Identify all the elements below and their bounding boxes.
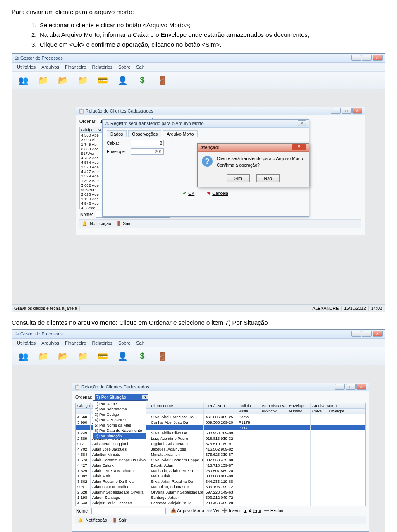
transfer-title: Registro será transferido para o Arquivo… xyxy=(110,121,204,126)
excluir-button[interactable]: ➖ Excluir xyxy=(264,508,283,513)
sim-button[interactable]: Sim xyxy=(227,174,250,182)
folder-b-icon[interactable]: 📁 xyxy=(77,350,89,362)
cancel-button[interactable]: ✖ Cancela xyxy=(207,191,228,196)
bell-icon: 🔔 xyxy=(82,221,87,226)
window-buttons[interactable]: —□✕ xyxy=(350,331,383,337)
warning-icon: ⚠ xyxy=(105,121,109,126)
toolbar[interactable]: 👥 📁 📂 📁 💳 👤 $ 🚪 xyxy=(12,347,385,365)
ordenar-label: Ordenar: xyxy=(75,395,92,400)
transfer-tabs[interactable]: Dados Observações Arquivo Morto xyxy=(107,130,304,137)
relacao-title: Relação de Clientes Cadastrados xyxy=(86,108,153,113)
users-icon[interactable]: 👥 xyxy=(17,350,29,362)
status-date: 16/11/2012 xyxy=(342,306,369,311)
relacao-window-2: 📋 Relação de Clientes Cadastrados —□✕ Or… xyxy=(72,383,369,532)
screenshot-1: 🗂 Gestor de Processos —□✕ UtilitáriosArq… xyxy=(12,53,385,312)
nome-label: Nome: xyxy=(80,212,93,217)
caixa-input[interactable] xyxy=(131,140,164,146)
app-icon: 🗂 xyxy=(14,55,19,60)
relacao-title: Relação de Clientes Cadastrados xyxy=(81,384,149,389)
user-plus-icon[interactable]: 👤 xyxy=(116,350,129,362)
nome-label: Nome: xyxy=(76,508,89,513)
menubar[interactable]: UtilitáriosArquivosFinanceiroRelatóriosS… xyxy=(12,339,385,347)
step-2: 2.Na aba Arquivo Morto, informar a Caixa… xyxy=(31,30,385,39)
folder-a-icon[interactable]: 📁 xyxy=(37,350,49,362)
exit-icon[interactable]: 🚪 xyxy=(156,74,168,86)
arquivo-morto-button[interactable]: 📤 Arquivo Morto xyxy=(171,508,204,513)
envelope-input[interactable] xyxy=(131,148,164,155)
alert-title: Atenção! xyxy=(200,145,220,150)
card-icon[interactable]: 💳 xyxy=(96,350,109,362)
envelope-label: Envelope: xyxy=(107,149,127,154)
section-2-text: Consulta de clientes no arquivo morto: C… xyxy=(12,319,385,326)
status-user: ALEXANDRE xyxy=(310,306,342,311)
user-plus-icon[interactable]: 👤 xyxy=(116,74,129,86)
alterar-button[interactable]: ▲ Alterar xyxy=(243,508,261,513)
doc-title: Para enviar um cliente para o arquivo mo… xyxy=(12,8,385,15)
exit-icon[interactable]: 🚪 xyxy=(156,350,168,362)
nome-input[interactable] xyxy=(91,508,166,514)
ordenar-combo[interactable]: 7) Por Situação▼ xyxy=(95,394,148,401)
step-1: 1.Selecionar o cliente e clicar no botão… xyxy=(31,20,385,30)
list-icon: 📋 xyxy=(74,384,80,390)
window-buttons[interactable]: —□✕ xyxy=(350,55,383,61)
step-3: 3.Clique em <Ok> e confirme a operação, … xyxy=(31,40,385,49)
alert-line1: Cliente será transferido para o Arquivo … xyxy=(217,156,304,161)
bell-icon: 🔔 xyxy=(78,518,83,523)
question-icon: ? xyxy=(202,156,213,167)
app-title: Gestor de Processos xyxy=(20,331,63,336)
inserir-button[interactable]: ➕ Inserir xyxy=(222,508,241,513)
notificacao-label[interactable]: Notificação xyxy=(90,221,111,226)
alert-line2: Confirma a operação? xyxy=(217,163,304,168)
app-title: Gestor de Processos xyxy=(20,55,63,60)
caixa-label: Caixa: xyxy=(107,141,127,146)
status-left: Grava os dados e fecha a janela xyxy=(12,306,80,311)
app-icon: 🗂 xyxy=(14,331,19,336)
ordenar-label: Ordenar: xyxy=(79,119,96,124)
ver-button[interactable]: 👓 Ver xyxy=(207,508,220,513)
dollar-icon[interactable]: $ xyxy=(136,74,148,86)
list-icon: 📋 xyxy=(79,108,84,114)
alert-close[interactable]: ✕ xyxy=(292,144,306,150)
sair-button[interactable]: 🚪 Sair xyxy=(116,221,131,226)
toolbar[interactable]: 👥 📁 📂 📁 💳 👤 $ 🚪 xyxy=(12,72,385,89)
screenshot-2: 🗂 Gestor de Processos —□✕ UtilitáriosArq… xyxy=(12,329,385,532)
ok-button[interactable]: ✔ OK xyxy=(183,191,194,196)
folder-arrow-icon[interactable]: 📂 xyxy=(57,350,69,362)
sair-button[interactable]: 🚪 Sair xyxy=(112,518,127,523)
status-time: 14:02 xyxy=(369,306,385,311)
confirm-alert: Atenção! ✕ ? Cliente será transferido pa… xyxy=(197,143,309,187)
folder-arrow-icon[interactable]: 📂 xyxy=(57,74,69,86)
folder-a-icon[interactable]: 📁 xyxy=(37,74,49,86)
folder-b-icon[interactable]: 📁 xyxy=(77,74,89,86)
users-icon[interactable]: 👥 xyxy=(17,74,29,86)
dollar-icon[interactable]: $ xyxy=(136,350,148,362)
card-icon[interactable]: 💳 xyxy=(96,74,109,86)
ordenar-dropdown[interactable]: 1) Por Nome 2) Por Sobrenome 3) Por Códi… xyxy=(93,400,146,439)
menubar[interactable]: UtilitáriosArquivosFinanceiroRelatóriosS… xyxy=(12,63,385,72)
nao-button[interactable]: Não xyxy=(256,174,280,182)
notificacao-label[interactable]: Notificação xyxy=(86,518,107,522)
